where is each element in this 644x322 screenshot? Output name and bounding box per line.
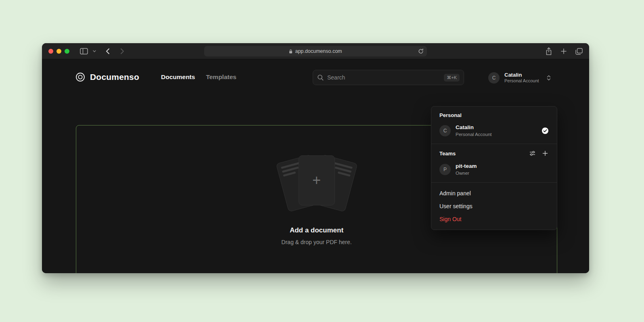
close-button[interactable] [48,49,53,54]
nav-item-templates[interactable]: Templates [206,73,236,81]
account-menu-button[interactable]: C Catalin Personal Account [488,72,551,84]
browser-window: app.documenso.com Documenso [42,43,589,273]
account-name: Catalin [504,72,539,78]
browser-titlebar: app.documenso.com [42,43,589,59]
cards-illustration: + [274,155,360,211]
team-name: pit-team [456,163,477,169]
account-type: Personal Account [504,78,539,84]
brand-name: Documenso [90,72,139,82]
sidebar-toggle-icon[interactable] [79,43,89,59]
menu-item-user-settings[interactable]: User settings [436,200,552,213]
menu-teams-heading: Teams [439,151,529,157]
dropzone-title: Add a document [290,226,343,234]
menu-personal-account-item[interactable]: C Catalin Personal Account [436,122,552,140]
team-avatar: P [439,164,451,175]
new-tab-plus-icon[interactable] [560,48,567,55]
minimize-button[interactable] [56,49,61,54]
menu-personal-section: Personal C Catalin Personal Account [431,107,557,144]
personal-account-labels: Catalin Personal Account [456,124,492,137]
chevrons-up-down-icon [546,75,551,81]
address-bar[interactable]: app.documenso.com [204,46,427,56]
forward-button-icon[interactable] [119,43,125,59]
personal-account-name: Catalin [456,124,492,131]
documenso-app-page: Documenso Documents Templates Search ⌘+K… [42,59,589,273]
menu-item-sign-out[interactable]: Sign Out [436,213,552,226]
plus-icon: + [312,173,321,188]
menu-item-admin-panel[interactable]: Admin panel [436,187,552,200]
menu-actions-section: Admin panel User settings Sign Out [431,183,557,230]
account-labels: Catalin Personal Account [504,72,539,84]
personal-account-type: Personal Account [456,132,492,137]
team-labels: pit-team Owner [456,163,477,176]
titlebar-right-actions [545,43,583,59]
team-preferences-sliders-icon[interactable] [529,150,536,157]
team-role: Owner [456,170,477,176]
search-icon [317,74,324,81]
documenso-logo-icon [75,72,86,82]
menu-team-item[interactable]: P pit-team Owner [436,161,552,178]
illustration-card-center: + [299,155,335,205]
sidebar-chevron-down-icon[interactable] [92,43,97,59]
address-url: app.documenso.com [295,48,342,54]
account-dropdown-menu: Personal C Catalin Personal Account Te [431,106,557,230]
reload-icon[interactable] [418,48,424,54]
share-icon[interactable] [545,46,553,56]
main-nav: Documents Templates [161,73,236,81]
tab-overview-icon[interactable] [575,47,583,56]
back-button-icon[interactable] [105,43,111,59]
personal-account-avatar: C [439,125,451,136]
menu-teams-section: Teams P pit-team Owner [431,144,557,182]
create-team-plus-icon[interactable] [542,150,549,157]
search-shortcut-badge: ⌘+K [444,74,460,82]
traffic-lights [48,49,69,54]
check-circle-icon [542,127,549,134]
search-placeholder: Search [327,74,440,81]
account-avatar: C [488,72,500,84]
menu-personal-heading: Personal [436,111,552,122]
nav-item-documents[interactable]: Documents [161,73,195,81]
search-input[interactable]: Search ⌘+K [313,70,464,85]
dropzone-subtitle: Drag & drop your PDF here. [281,239,351,245]
lock-icon [289,49,293,54]
brand-logo[interactable]: Documenso [75,72,139,82]
zoom-button[interactable] [65,49,69,54]
